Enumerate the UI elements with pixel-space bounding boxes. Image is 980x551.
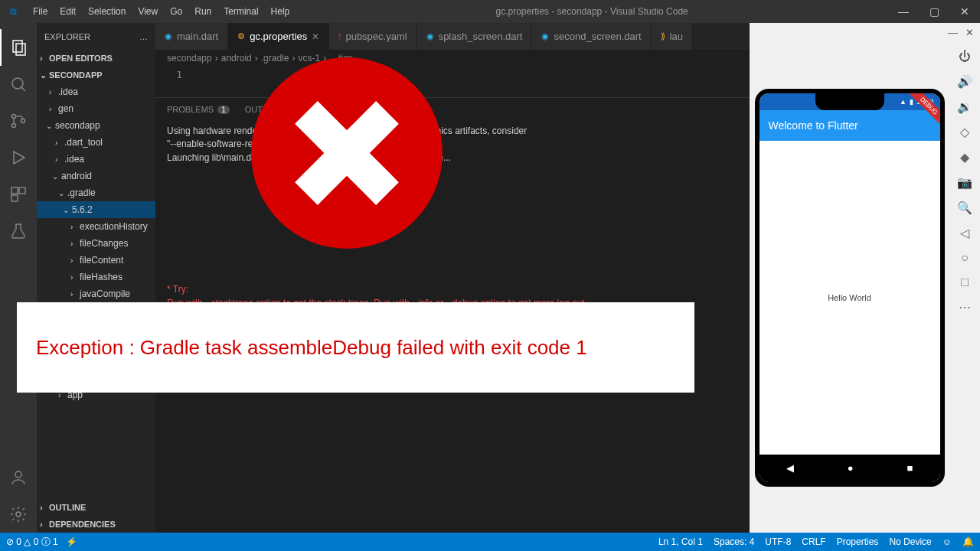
minimize-icon[interactable]: —: [888, 5, 919, 18]
home-button-icon[interactable]: ○: [961, 251, 969, 265]
more-icon[interactable]: ⋯: [959, 300, 971, 315]
explorer-sidebar: EXPLORER… ›OPEN EDITORS ⌄SECONDAPP ›.ide…: [37, 23, 155, 533]
app-body: Hello World: [760, 141, 940, 455]
back-icon[interactable]: ◀: [786, 462, 794, 474]
svg-point-12: [16, 512, 21, 517]
menu-item[interactable]: Selection: [82, 6, 132, 17]
problems-tab[interactable]: PROBLEMS1: [167, 105, 230, 114]
menu-item[interactable]: File: [27, 6, 54, 17]
explorer-icon[interactable]: [0, 29, 37, 66]
status-device[interactable]: No Device: [889, 536, 931, 547]
svg-point-11: [15, 471, 21, 478]
svg-marker-7: [14, 152, 24, 164]
tree-item[interactable]: ›javaCompile: [37, 285, 155, 302]
activity-bar: [0, 23, 37, 533]
search-icon[interactable]: [0, 66, 37, 103]
window-controls: — ▢ ✕: [888, 5, 980, 18]
outline-section[interactable]: ›OUTLINE: [37, 499, 155, 516]
menu-item[interactable]: View: [132, 6, 164, 17]
more-icon[interactable]: …: [139, 32, 148, 41]
emu-close-icon[interactable]: ✕: [965, 27, 974, 38]
rotate-right-icon[interactable]: ◆: [960, 150, 969, 165]
phone-frame: DEBUG ▲ ▮ 14:52 Welcome to Flutter Hello…: [755, 89, 945, 487]
svg-line-3: [21, 87, 25, 91]
recent-icon[interactable]: ■: [907, 462, 913, 474]
emulator-panel: — ✕ DEBUG ▲ ▮ 14:52 Welcome to Flutter H: [750, 23, 980, 533]
zoom-icon[interactable]: 🔍: [957, 201, 972, 215]
editor-tab[interactable]: ⟫lau: [652, 23, 693, 50]
signal-icon: ▲: [900, 98, 906, 106]
tree-item[interactable]: ⌄.gradle: [37, 184, 155, 201]
status-spaces[interactable]: Spaces: 4: [714, 536, 754, 547]
menu-item[interactable]: Help: [265, 6, 296, 17]
breadcrumb[interactable]: secondapp › android › .gradle › vcs-1 › …: [155, 50, 750, 67]
testing-icon[interactable]: [0, 213, 37, 249]
menu-item[interactable]: Run: [188, 6, 217, 17]
menu-bar: File Edit Selection View Go Run Terminal…: [27, 6, 296, 17]
project-section[interactable]: ⌄SECONDAPP: [37, 67, 155, 83]
editor-tab[interactable]: ◉main.dart: [155, 23, 228, 50]
status-bell-icon[interactable]: 🔔: [962, 536, 974, 547]
menu-item[interactable]: Terminal: [217, 6, 264, 17]
volume-up-icon[interactable]: 🔊: [957, 74, 972, 89]
vscode-logo-icon: ⧉: [0, 6, 27, 17]
editor-tab[interactable]: ⚙gc.properties✕: [228, 23, 329, 50]
tree-item[interactable]: ›.dart_tool: [37, 134, 155, 151]
close-icon[interactable]: ✕: [949, 5, 980, 18]
svg-point-2: [12, 78, 23, 89]
tree-item[interactable]: ›fileContent: [37, 252, 155, 269]
tree-item[interactable]: ›fileHashes: [37, 269, 155, 285]
status-flutter-icon[interactable]: ⚡: [66, 536, 77, 547]
svg-rect-1: [16, 44, 25, 55]
status-eol[interactable]: CRLF: [802, 536, 825, 547]
source-control-icon[interactable]: [0, 103, 37, 139]
volume-down-icon[interactable]: 🔉: [957, 99, 972, 114]
window-title: gc.properties - secondapp - Visual Studi…: [296, 6, 888, 17]
dependencies-section[interactable]: ›DEPENDENCIES: [37, 516, 155, 533]
home-icon[interactable]: ●: [848, 462, 854, 474]
tree-item[interactable]: ›fileChanges: [37, 235, 155, 252]
editor-tabs: ◉main.dart⚙gc.properties✕!pubspec.yaml◉s…: [155, 23, 750, 50]
tree-item[interactable]: ›.idea: [37, 151, 155, 168]
editor-tab[interactable]: ◉second_screen.dart: [532, 23, 651, 50]
emu-minimize-icon[interactable]: —: [948, 27, 958, 38]
menu-item[interactable]: Edit: [54, 6, 82, 17]
power-icon[interactable]: ⏻: [959, 50, 971, 64]
svg-rect-8: [11, 187, 18, 194]
menu-item[interactable]: Go: [164, 6, 188, 17]
open-editors-section[interactable]: ›OPEN EDITORS: [37, 50, 155, 67]
run-debug-icon[interactable]: [0, 139, 37, 176]
sidebar-title: EXPLORER…: [37, 23, 155, 50]
status-ln-col[interactable]: Ln 1, Col 1: [658, 536, 703, 547]
status-language[interactable]: Properties: [837, 536, 879, 547]
settings-icon[interactable]: [0, 496, 37, 533]
tree-item[interactable]: ⌄android: [37, 168, 155, 184]
overview-button-icon[interactable]: □: [961, 276, 969, 289]
error-x-icon: [251, 57, 443, 249]
status-feedback-icon[interactable]: ☺: [942, 536, 952, 547]
editor-tab[interactable]: !pubspec.yaml: [329, 23, 416, 50]
tree-item[interactable]: ›gen: [37, 100, 155, 117]
camera-icon[interactable]: 📷: [957, 175, 972, 190]
phone-screen[interactable]: DEBUG ▲ ▮ 14:52 Welcome to Flutter Hello…: [760, 93, 940, 482]
status-encoding[interactable]: UTF-8: [765, 536, 791, 547]
tab-close-icon[interactable]: ✕: [312, 31, 319, 42]
tree-item[interactable]: ⌄secondapp: [37, 117, 155, 134]
back-button-icon[interactable]: ◁: [960, 226, 969, 240]
tree-item[interactable]: ⌄5.6.2: [37, 201, 155, 218]
file-tree: ›.idea›gen⌄secondapp›.dart_tool›.idea⌄an…: [37, 83, 155, 499]
rotate-left-icon[interactable]: ◇: [960, 125, 969, 139]
status-bar: ⊘ 0 △ 0 ⓘ 1 ⚡ Ln 1, Col 1 Spaces: 4 UTF-…: [0, 533, 980, 551]
tree-item[interactable]: ›.idea: [37, 83, 155, 100]
svg-point-6: [21, 119, 25, 123]
terminal-line: * Try:: [167, 283, 738, 296]
account-icon[interactable]: [0, 459, 37, 496]
svg-point-5: [12, 124, 16, 128]
app-bar: Welcome to Flutter: [760, 110, 940, 141]
extensions-icon[interactable]: [0, 176, 37, 213]
tree-item[interactable]: ›executionHistory: [37, 218, 155, 235]
editor-tab[interactable]: ◉splash_screen.dart: [417, 23, 533, 50]
maximize-icon[interactable]: ▢: [919, 5, 949, 18]
status-errors[interactable]: ⊘ 0 △ 0 ⓘ 1: [6, 536, 58, 549]
code-area[interactable]: 1: [155, 67, 750, 97]
